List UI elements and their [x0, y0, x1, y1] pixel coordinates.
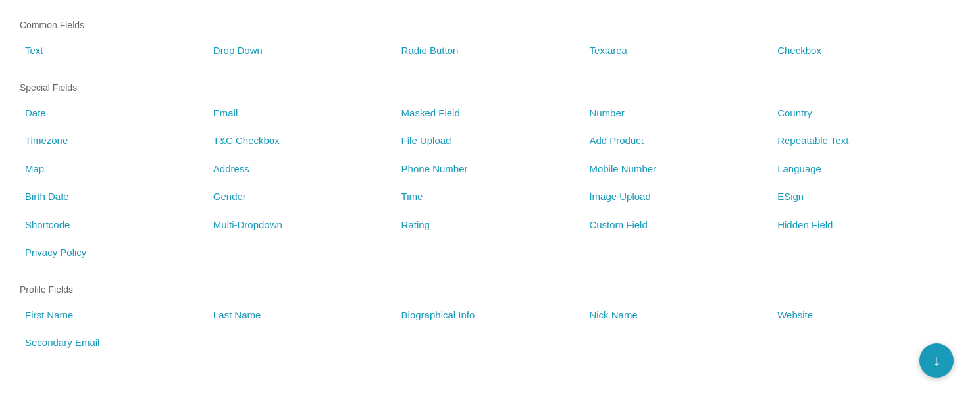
field-item-text[interactable]: Text	[20, 39, 208, 63]
field-item-hidden-field[interactable]: Hidden Field	[772, 214, 960, 237]
field-item-secondary-email[interactable]: Secondary Email	[20, 332, 208, 355]
fields-grid-special-fields: DateEmailMasked FieldNumberCountryTimezo…	[20, 102, 960, 265]
fab-scroll-button[interactable]: ↓	[919, 343, 954, 378]
field-item-radio-button[interactable]: Radio Button	[396, 39, 584, 63]
field-item-custom-field[interactable]: Custom Field	[584, 214, 772, 237]
section-common-fields: Common FieldsTextDrop DownRadio ButtonTe…	[20, 20, 960, 63]
field-item-image-upload[interactable]: Image Upload	[584, 186, 772, 209]
section-title-special-fields: Special Fields	[20, 82, 960, 93]
field-item-privacy-policy[interactable]: Privacy Policy	[20, 241, 208, 265]
field-item-date[interactable]: Date	[20, 102, 208, 125]
field-item-time[interactable]: Time	[396, 186, 584, 209]
field-item-esign[interactable]: ESign	[772, 186, 960, 209]
field-item-t-c-checkbox[interactable]: T&C Checkbox	[208, 130, 396, 153]
field-item-number[interactable]: Number	[584, 102, 772, 125]
field-item-masked-field[interactable]: Masked Field	[396, 102, 584, 125]
field-item-last-name[interactable]: Last Name	[208, 304, 396, 327]
field-item-drop-down[interactable]: Drop Down	[208, 39, 396, 63]
field-item-website[interactable]: Website	[772, 304, 960, 327]
field-item-country[interactable]: Country	[772, 102, 960, 125]
field-item-map[interactable]: Map	[20, 158, 208, 181]
field-item-add-product[interactable]: Add Product	[584, 130, 772, 153]
section-title-common-fields: Common Fields	[20, 20, 960, 30]
section-special-fields: Special FieldsDateEmailMasked FieldNumbe…	[20, 82, 960, 265]
field-item-file-upload[interactable]: File Upload	[396, 130, 584, 153]
field-item-address[interactable]: Address	[208, 158, 396, 181]
field-item-rating[interactable]: Rating	[396, 214, 584, 237]
field-item-textarea[interactable]: Textarea	[584, 39, 772, 63]
field-item-birth-date[interactable]: Birth Date	[20, 186, 208, 209]
fields-grid-common-fields: TextDrop DownRadio ButtonTextareaCheckbo…	[20, 39, 960, 63]
field-item-language[interactable]: Language	[772, 158, 960, 181]
field-item-nick-name[interactable]: Nick Name	[584, 304, 772, 327]
field-item-phone-number[interactable]: Phone Number	[396, 158, 584, 181]
fields-grid-profile-fields: First NameLast NameBiographical InfoNick…	[20, 304, 960, 355]
page-container: Common FieldsTextDrop DownRadio ButtonTe…	[20, 20, 960, 355]
field-item-email[interactable]: Email	[208, 102, 396, 125]
section-title-profile-fields: Profile Fields	[20, 284, 960, 295]
field-item-repeatable-text[interactable]: Repeatable Text	[772, 130, 960, 153]
field-item-mobile-number[interactable]: Mobile Number	[584, 158, 772, 181]
field-item-timezone[interactable]: Timezone	[20, 130, 208, 153]
field-item-gender[interactable]: Gender	[208, 186, 396, 209]
field-item-multi-dropdown[interactable]: Multi-Dropdown	[208, 214, 396, 237]
section-profile-fields: Profile FieldsFirst NameLast NameBiograp…	[20, 284, 960, 355]
field-item-shortcode[interactable]: Shortcode	[20, 214, 208, 237]
field-item-first-name[interactable]: First Name	[20, 304, 208, 327]
field-item-biographical-info[interactable]: Biographical Info	[396, 304, 584, 327]
field-item-checkbox[interactable]: Checkbox	[772, 39, 960, 63]
